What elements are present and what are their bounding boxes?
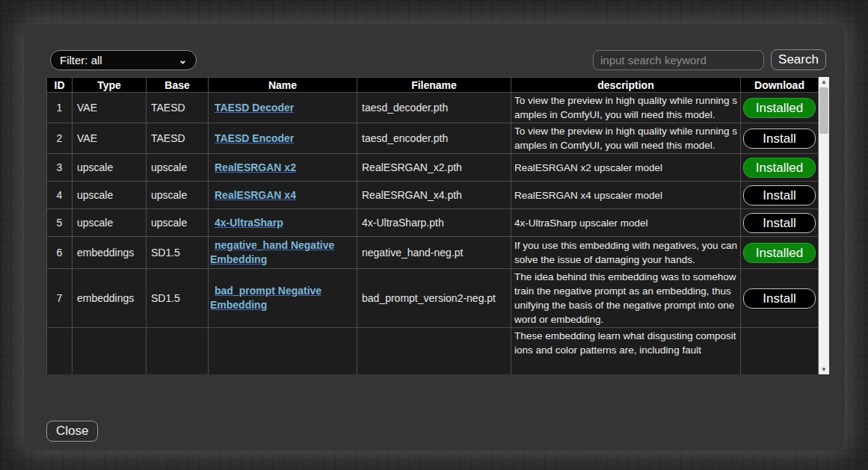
table-row: These embedding learn what disgusting co…	[47, 328, 819, 375]
column-header-filename: Filename	[357, 78, 511, 93]
cell-base: TAESD	[147, 123, 209, 154]
column-header-download: Download	[741, 78, 819, 93]
install-button[interactable]: Install	[743, 213, 816, 233]
cell-id: 6	[47, 237, 73, 269]
column-header-base: Base	[147, 78, 209, 93]
model-table-container: IDTypeBaseNameFilenamedescriptionDownloa…	[46, 77, 829, 374]
cell-filename: taesd_encoder.pth	[357, 123, 511, 154]
cell-description: RealESRGAN x2 upscaler model	[511, 154, 741, 182]
column-header-name: Name	[209, 78, 357, 93]
cell-name: TAESD Encoder	[209, 123, 357, 154]
chevron-down-icon: ⌄	[179, 55, 187, 65]
model-name-link[interactable]: TAESD Decoder	[210, 101, 294, 115]
cell-type: VAE	[73, 93, 147, 123]
column-header-id: ID	[47, 78, 73, 93]
cell-download: Install	[741, 209, 819, 237]
scrollbar-up-arrow[interactable]: ▲	[819, 77, 829, 87]
cell-id: 5	[47, 209, 73, 237]
scrollbar-down-arrow[interactable]: ▼	[819, 365, 829, 374]
cell-base: upscale	[147, 209, 209, 237]
cell-download: Installed	[741, 237, 819, 269]
table-row: 4upscaleupscaleRealESRGAN x4RealESRGAN_x…	[47, 182, 819, 209]
cell-download: Installed	[741, 154, 819, 182]
cell-name: RealESRGAN x4	[209, 182, 357, 209]
model-name-link[interactable]: RealESRGAN x2	[210, 161, 296, 175]
table-row: 5upscaleupscale4x-UltraSharp4x-UltraShar…	[47, 209, 819, 237]
cell-id: 1	[47, 93, 73, 123]
cell-base: SD1.5	[147, 269, 209, 328]
model-name-link[interactable]: RealESRGAN x4	[210, 188, 296, 202]
install-button[interactable]: Install	[743, 129, 816, 149]
cell-filename	[357, 328, 511, 375]
cell-id: 2	[47, 123, 73, 154]
cell-id	[47, 328, 73, 375]
scrollbar-thumb[interactable]	[819, 87, 828, 134]
filter-dropdown[interactable]: Filter: all ⌄	[50, 50, 197, 70]
cell-description: 4x-UltraSharp upscaler model	[511, 209, 741, 237]
model-manager-dialog: Filter: all ⌄ Search IDTypeBaseNameFilen…	[24, 24, 845, 450]
cell-filename: 4x-UltraSharp.pth	[357, 209, 511, 237]
cell-type: upscale	[73, 154, 147, 182]
cell-type: upscale	[73, 209, 147, 237]
cell-description: RealESRGAN x4 upscaler model	[511, 182, 741, 209]
cell-id: 4	[47, 182, 73, 209]
cell-description: To view the preview in high quality whil…	[511, 93, 741, 123]
cell-download: Install	[741, 182, 819, 209]
cell-type: embeddings	[73, 237, 147, 269]
installed-button[interactable]: Installed	[743, 243, 816, 263]
cell-download: Installed	[741, 93, 819, 123]
table-row: 1VAETAESDTAESD Decodertaesd_decoder.pthT…	[47, 93, 819, 123]
table-scrollbar[interactable]: ▲ ▼	[819, 77, 829, 374]
cell-download	[741, 328, 819, 375]
model-name-link[interactable]: negative_hand Negative Embedding	[210, 238, 355, 267]
model-name-link[interactable]: bad_prompt Negative Embedding	[210, 284, 355, 312]
cell-description: To view the preview in high quality whil…	[511, 123, 741, 154]
model-name-link[interactable]: 4x-UltraSharp	[210, 216, 283, 230]
cell-base: upscale	[147, 154, 209, 182]
install-button[interactable]: Install	[743, 288, 816, 309]
cell-name	[209, 328, 357, 375]
cell-filename: negative_hand-neg.pt	[357, 237, 511, 269]
column-header-type: Type	[73, 78, 147, 93]
cell-filename: bad_prompt_version2-neg.pt	[357, 269, 511, 328]
cell-download: Install	[741, 123, 819, 154]
cell-name: negative_hand Negative Embedding	[209, 237, 357, 269]
cell-id: 3	[47, 154, 73, 182]
cell-filename: taesd_decoder.pth	[357, 93, 511, 123]
cell-name: 4x-UltraSharp	[209, 209, 357, 237]
search-input[interactable]	[593, 50, 764, 70]
installed-button[interactable]: Installed	[743, 98, 816, 118]
close-button[interactable]: Close	[46, 421, 98, 442]
cell-base: TAESD	[147, 93, 209, 123]
cell-type: VAE	[73, 123, 147, 154]
table-row: 7embeddingsSD1.5bad_prompt Negative Embe…	[47, 269, 819, 328]
search-button[interactable]: Search	[771, 49, 826, 70]
installed-button[interactable]: Installed	[743, 158, 816, 178]
cell-description: If you use this embedding with negatives…	[511, 237, 741, 269]
cell-type	[73, 328, 147, 375]
cell-type: embeddings	[73, 269, 147, 328]
cell-base: upscale	[147, 182, 209, 209]
cell-base	[147, 328, 209, 375]
cell-id: 7	[47, 269, 73, 328]
model-table: IDTypeBaseNameFilenamedescriptionDownloa…	[46, 77, 819, 374]
cell-name: TAESD Decoder	[209, 93, 357, 123]
filter-dropdown-value: Filter: all	[60, 54, 102, 67]
cell-filename: RealESRGAN_x2.pth	[357, 154, 511, 182]
cell-name: RealESRGAN x2	[209, 154, 357, 182]
column-header-description: description	[511, 78, 741, 93]
install-button[interactable]: Install	[743, 185, 816, 205]
model-name-link[interactable]: TAESD Encoder	[210, 132, 294, 146]
cell-description: The idea behind this embedding was to so…	[511, 269, 741, 328]
cell-filename: RealESRGAN_x4.pth	[357, 182, 511, 209]
table-header-row: IDTypeBaseNameFilenamedescriptionDownloa…	[47, 78, 819, 93]
table-row: 2VAETAESDTAESD Encodertaesd_encoder.pthT…	[47, 123, 819, 154]
table-row: 6embeddingsSD1.5negative_hand Negative E…	[47, 237, 819, 269]
cell-description: These embedding learn what disgusting co…	[511, 328, 741, 375]
cell-type: upscale	[73, 182, 147, 209]
table-row: 3upscaleupscaleRealESRGAN x2RealESRGAN_x…	[47, 154, 819, 182]
cell-name: bad_prompt Negative Embedding	[209, 269, 357, 328]
cell-download: Install	[741, 269, 819, 328]
cell-base: SD1.5	[147, 237, 209, 269]
